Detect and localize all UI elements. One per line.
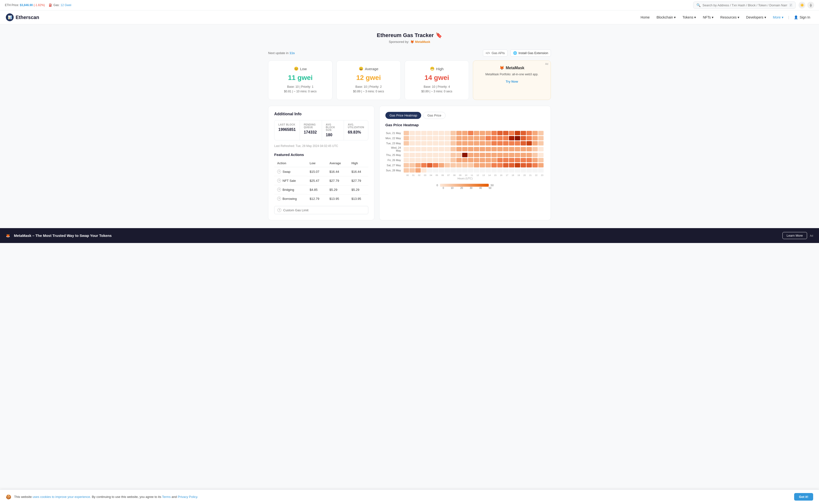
gas-link[interactable]: 12 Gwei — [60, 3, 71, 7]
heatmap-cell — [474, 131, 479, 135]
bottom-ad-banner: 🦊 MetaMask – The Most Trusted Way to Swa… — [0, 228, 819, 243]
heatmap-cell — [421, 131, 427, 135]
heatmap-cell — [415, 163, 421, 167]
sponsored: Sponsored by: 🦊 MetaMask — [268, 40, 551, 44]
heatmap-legend: 0 50 — [385, 184, 545, 187]
eth-price: ETH Price: $3,846.90 (-1.82%) — [5, 3, 45, 7]
heatmap-cell — [409, 153, 415, 157]
heatmap-cell — [497, 168, 503, 173]
heatmap-cell — [456, 141, 462, 145]
heatmap-cell — [538, 163, 544, 167]
gas-card-avg: 😀 Average 12 gwei Base: 10 | Priority: 2… — [336, 60, 401, 100]
heatmap-cell — [486, 168, 491, 173]
heatmap-cell — [445, 136, 450, 140]
tab-gas-price-heatmap[interactable]: Gas Price Heatmap — [385, 112, 421, 119]
logo[interactable]: 📊 Etherscan — [6, 13, 39, 21]
nav-more[interactable]: More ▾ — [770, 13, 786, 21]
heatmap-cell — [468, 163, 473, 167]
eth-icon[interactable]: ⟠ — [807, 2, 814, 9]
logo-icon: 📊 — [6, 13, 14, 21]
heatmap-cell — [462, 163, 468, 167]
heatmap-cell — [491, 136, 497, 140]
heatmap-cell — [404, 153, 409, 157]
heatmap-cell — [521, 153, 526, 157]
gas-cards: 😊 Low 11 gwei Base: 10 | Priority: 1 $0.… — [268, 60, 551, 100]
heatmap-cell — [433, 158, 438, 162]
heatmap-cell — [421, 158, 427, 162]
heatmap-cell — [427, 153, 432, 157]
heatmap-cell — [497, 141, 503, 145]
info-icon: ? — [277, 188, 281, 192]
heatmap-cell — [439, 131, 444, 135]
heatmap-cell — [480, 168, 485, 173]
heatmap-cell — [409, 136, 415, 140]
learn-more-button[interactable]: Learn More — [782, 232, 807, 239]
heatmap-cell — [503, 141, 508, 145]
heatmap-cell — [450, 131, 456, 135]
keyboard-shortcut: / — [789, 3, 792, 7]
nav-home[interactable]: Home — [638, 13, 653, 21]
heatmap-cell — [486, 131, 491, 135]
custom-gas-limit[interactable]: ? Custom Gas Limit — [274, 206, 368, 214]
heatmap-cell — [445, 147, 450, 151]
heatmap-cell — [503, 131, 508, 135]
heatmap-cell — [468, 158, 473, 162]
heatmap-cell — [409, 141, 415, 145]
heatmap-cell — [456, 147, 462, 151]
heatmap-cell — [474, 158, 479, 162]
info-icon: ? — [277, 197, 281, 201]
bottom-ad-text: MetaMask – The Most Trusted Way to Swap … — [14, 233, 112, 238]
info-icon: ? — [277, 208, 281, 212]
heatmap-cell — [527, 147, 532, 151]
heatmap-cell — [450, 158, 456, 162]
nav-resources[interactable]: Resources ▾ — [717, 13, 742, 21]
heatmap-cell — [521, 141, 526, 145]
heatmap-cell — [439, 136, 444, 140]
heatmap-cell — [538, 153, 544, 157]
gas-heatmap-section: Gas Price Heatmap Gas Price Gas Price He… — [379, 106, 551, 220]
sign-in[interactable]: 👤 Sign In — [791, 13, 813, 21]
heatmap-cell — [503, 158, 508, 162]
heatmap-cell — [515, 168, 520, 173]
search-input[interactable] — [702, 3, 787, 7]
heatmap-cell — [421, 141, 427, 145]
search-icon: 🔍 — [696, 3, 701, 7]
heatmap-cell — [445, 153, 450, 157]
heatmap-cell — [521, 158, 526, 162]
heatmap-cell — [538, 141, 544, 145]
install-extension-button[interactable]: 🌐 Install Gas Extension — [510, 49, 551, 57]
heatmap-cell — [421, 147, 427, 151]
heatmap-cell — [433, 136, 438, 140]
heatmap-row: Sun, 21 May — [385, 131, 545, 135]
heatmap-cell — [456, 153, 462, 157]
page-title-section: Ethereum Gas Tracker 🔖 Sponsored by: 🦊 M… — [268, 32, 551, 44]
heatmap-cell — [427, 168, 432, 173]
heatmap-cell — [486, 153, 491, 157]
heatmap-cell — [527, 158, 532, 162]
gas-apis-button[interactable]: </> Gas APIs — [483, 49, 507, 57]
heatmap-cell — [427, 163, 432, 167]
heatmap-cell — [474, 136, 479, 140]
heatmap-cell — [404, 163, 409, 167]
heatmap-cell — [468, 136, 473, 140]
metamask-sponsor-link[interactable]: MetaMask — [415, 40, 430, 44]
heatmap-cell — [415, 153, 421, 157]
nav-tokens[interactable]: Tokens ▾ — [680, 13, 699, 21]
nav-blockchain[interactable]: Blockchain ▾ — [653, 13, 679, 21]
heatmap-cell — [480, 131, 485, 135]
heatmap-cell — [462, 147, 468, 151]
heatmap-cell — [415, 168, 421, 173]
tab-gas-price[interactable]: Gas Price — [423, 112, 445, 119]
heatmap-cell — [450, 147, 456, 151]
heatmap-cell — [468, 153, 473, 157]
gas-value-low: 11 gwei — [274, 74, 326, 82]
heatmap-cell — [439, 147, 444, 151]
heatmap-cell — [480, 136, 485, 140]
theme-icon[interactable]: ☀️ — [799, 2, 805, 9]
additional-info-panel: Additional Info LAST BLOCK 19965851 PEND… — [268, 106, 374, 220]
nav-nfts[interactable]: NFTs ▾ — [700, 13, 716, 21]
actions-table: Action Low Average High ? Swap $15.07 $1… — [274, 160, 368, 203]
logo-text: Etherscan — [16, 15, 39, 20]
try-now-button[interactable]: Try Now — [506, 80, 518, 83]
nav-developers[interactable]: Developers ▾ — [743, 13, 769, 21]
